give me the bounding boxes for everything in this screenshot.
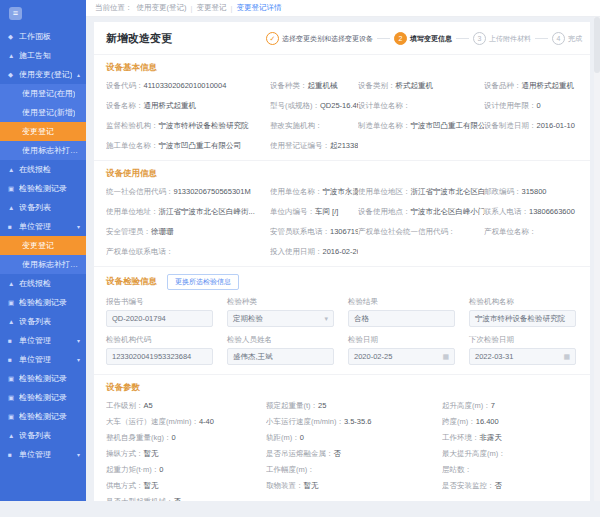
- text-input[interactable]: 盛伟杰,王斌: [227, 348, 334, 365]
- field-label: 使用单位地址：: [106, 207, 159, 216]
- field-value: 0: [171, 433, 175, 442]
- sidebar-item[interactable]: ▲ 设备列表: [0, 426, 86, 445]
- breadcrumb-item-register[interactable]: 变更登记: [196, 3, 226, 13]
- sidebar-item-icon: ■: [8, 337, 19, 344]
- form-field: 检验种类 定期检验 ▾: [227, 297, 334, 327]
- change-inspection-button[interactable]: 更换所选检验信息: [167, 274, 239, 290]
- scrollbar-track[interactable]: [594, 17, 600, 501]
- sidebar-item-label: 变更登记: [22, 126, 54, 137]
- sidebar-item[interactable]: ■ 单位管理 ▾: [0, 350, 86, 369]
- sidebar-item-label: 工作面板: [19, 31, 51, 42]
- field-label: 单位内编号：: [270, 207, 315, 216]
- sidebar-item-icon: ▣: [8, 413, 19, 421]
- field-label: 设计使用年限：: [484, 101, 537, 110]
- info-field: 邮政编码：315800: [484, 187, 582, 197]
- sidebar-item[interactable]: ▣ 检验检测记录: [0, 407, 86, 426]
- text-input[interactable]: 2020-02-25 ▦: [348, 348, 455, 365]
- field-label: 型号(或规格)：: [270, 101, 320, 110]
- field-label: 工作幅度(m)：: [266, 465, 315, 474]
- sidebar-item[interactable]: ▲ 在线报检: [0, 274, 86, 293]
- step-circle: 3: [473, 32, 486, 45]
- step: 2 填写变更信息: [394, 32, 473, 45]
- text-input[interactable]: 定期检验 ▾: [227, 310, 334, 327]
- input-value: 2022-03-31: [475, 352, 513, 361]
- step-label: 完成: [568, 34, 582, 44]
- field-label: 设备使用地点：: [358, 207, 411, 216]
- field-value: 宁波市特种设备检验研究院: [159, 121, 249, 130]
- params-column-3: 起升高度(m)：7 跨度(m)：16.400 工作环境：非露天 最大提升高度(m…: [442, 401, 582, 501]
- sidebar-item-icon: ▲: [8, 204, 19, 211]
- sidebar-item[interactable]: ▣ 检验检测记录: [0, 293, 86, 312]
- field-value: 宁波市凹凸重工有限公司: [411, 121, 485, 130]
- breadcrumb-prefix: 当前位置：: [95, 3, 133, 13]
- text-input[interactable]: QD-2020-01794: [106, 310, 213, 327]
- menu-toggle-icon[interactable]: ≡: [9, 7, 22, 20]
- field-label: 制造单位名称：: [358, 121, 411, 130]
- field-value: QD25-16.4t A5DY: [320, 101, 358, 110]
- breadcrumb-item-module[interactable]: 使用变更(登记): [137, 3, 187, 13]
- sidebar-item-label: 设备列表: [19, 316, 51, 327]
- info-field: 使用登记证编号：起21338B0114(15): [270, 141, 358, 151]
- sidebar-item-label: 检验检测记录: [19, 411, 67, 422]
- sidebar: ≡ ◆ 工作面板 ▲ 施工告知 ◆ 使用变更(登记) ▴ 使用登记(在用): [0, 0, 86, 501]
- sidebar-item-label: 变更登记: [22, 240, 54, 251]
- info-field: 使用单位名称：宁波市永灏纺织有限公司: [270, 187, 358, 197]
- step-label: 填写变更信息: [410, 34, 452, 44]
- param-field: 最大提升高度(m)：: [442, 449, 582, 458]
- chevron-icon: ▾: [77, 337, 86, 344]
- input-label: 检验结果: [348, 297, 455, 307]
- field-label: 层站数：: [442, 465, 472, 474]
- field-label: 产权单位社会统一信用代码：: [358, 227, 456, 236]
- breadcrumb-item-current[interactable]: 变更登记详情: [236, 3, 281, 13]
- info-field: 施工单位名称：宁波市凹凸重工有限公司: [106, 141, 270, 151]
- info-field: 使用单位地址：浙江省宁波市北仑区白峰街...: [106, 207, 270, 217]
- field-value: 通用桥式起重机: [522, 81, 575, 90]
- sidebar-item[interactable]: 使用登记(新增): [0, 103, 86, 122]
- sidebar-item[interactable]: ▣ 检验检测记录: [0, 388, 86, 407]
- info-field: 产权单位社会统一信用代码：: [358, 227, 484, 237]
- scrollbar-thumb[interactable]: [594, 17, 600, 73]
- text-input[interactable]: 1233020041953323684: [106, 348, 213, 365]
- sidebar-item-icon: ▣: [8, 185, 19, 193]
- info-field: 设备制造日期：2016-01-10: [484, 121, 582, 131]
- param-field: 是否吊运熔融金属：否: [266, 449, 436, 458]
- field-label: 设备种类：: [270, 81, 308, 90]
- param-field: 工作幅度(m)：: [266, 465, 436, 474]
- page-title: 新增改造变更: [106, 31, 172, 46]
- text-input[interactable]: 2022-03-31 ▦: [469, 348, 576, 365]
- sidebar-item[interactable]: ▲ 设备列表: [0, 312, 86, 331]
- field-value: 3.5-35.6: [344, 417, 372, 426]
- sidebar-item[interactable]: ■ 单位管理 ▾: [0, 445, 86, 464]
- field-label: 起重力矩(t·m)：: [106, 465, 159, 474]
- sidebar-item[interactable]: 变更登记: [0, 122, 86, 141]
- sidebar-item[interactable]: ▣ 检验检测记录: [0, 369, 86, 388]
- input-value: 定期检验: [233, 314, 263, 324]
- input-label: 报告书编号: [106, 297, 213, 307]
- sidebar-item[interactable]: 使用登记(在用): [0, 84, 86, 103]
- sidebar-item[interactable]: 变更登记: [0, 236, 86, 255]
- text-input[interactable]: 宁波市特种设备检验研究院: [469, 310, 576, 327]
- field-label: 工作环境：: [442, 433, 480, 442]
- field-value: 91330206750565301M: [174, 187, 251, 196]
- sidebar-item-label: 设备列表: [19, 430, 51, 441]
- input-value: 2020-02-25: [354, 352, 392, 361]
- field-value: 2016-01-10: [537, 121, 575, 130]
- sidebar-item[interactable]: ▲ 施工告知: [0, 46, 86, 65]
- sidebar-item-icon: ◆: [8, 71, 19, 79]
- sidebar-item[interactable]: ◆ 工作面板: [0, 27, 86, 46]
- text-input[interactable]: 合格: [348, 310, 455, 327]
- sidebar-item[interactable]: ◆ 使用变更(登记) ▴: [0, 65, 86, 84]
- sidebar-item-icon: ▣: [8, 375, 19, 383]
- sidebar-item[interactable]: ▲ 设备列表: [0, 198, 86, 217]
- sidebar-item[interactable]: ▲ 在线报检: [0, 160, 86, 179]
- sidebar-item[interactable]: ■ 单位管理 ▾: [0, 217, 86, 236]
- field-value: 13067193818: [330, 227, 358, 236]
- sidebar-item-label: 检验检测记录: [19, 373, 67, 384]
- field-label: 轨距(m)：: [266, 433, 300, 442]
- sidebar-item[interactable]: 使用标志补打注销: [0, 141, 86, 160]
- sidebar-item[interactable]: 使用标志补打注销: [0, 255, 86, 274]
- sidebar-item[interactable]: ■ 单位管理 ▾: [0, 331, 86, 350]
- sidebar-item[interactable]: ▣ 检验检测记录: [0, 179, 86, 198]
- section-usage-info: 设备使用信息 统一社会信用代码：91330206750565301M 使用单位名…: [94, 160, 590, 266]
- param-field: 轨距(m)：0: [266, 433, 436, 442]
